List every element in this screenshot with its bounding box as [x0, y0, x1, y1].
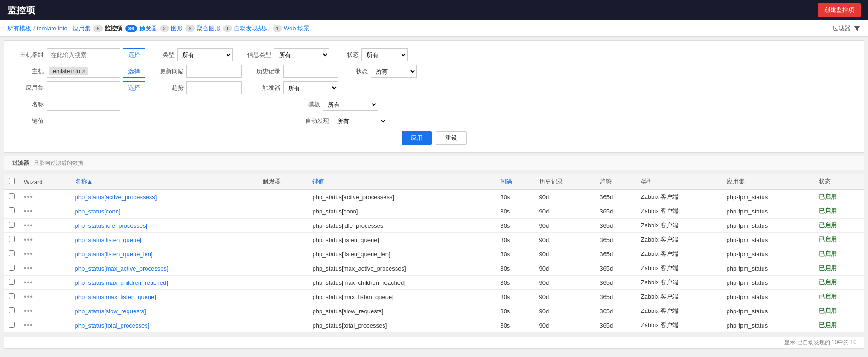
col-interval-sort[interactable]: 间隔: [500, 178, 512, 185]
breadcrumb-graph[interactable]: 图形 6: [171, 24, 195, 33]
row-key: php_status[listen_queue_len]: [308, 247, 495, 261]
row-name: php_status[slow_requests]: [70, 304, 258, 318]
trigger-select[interactable]: 所有 是 否: [283, 81, 338, 94]
row-status: 已启用: [814, 204, 864, 219]
filter-toggle[interactable]: 过滤器: [833, 24, 861, 33]
row-name-link[interactable]: php_status[listen_queue_len]: [75, 251, 153, 258]
row-interval: 30s: [495, 247, 534, 261]
table-row: ••• php_status[conn] php_status[conn] 30…: [4, 204, 864, 219]
breadcrumb-web[interactable]: Web 场景: [284, 24, 309, 33]
row-dots[interactable]: •••: [19, 261, 70, 276]
row-dots[interactable]: •••: [19, 290, 70, 304]
update-interval-input[interactable]: [186, 65, 242, 78]
status-select-1[interactable]: 所有 已启用 已禁用: [361, 48, 408, 61]
row-key: php_status[max_listen_queue]: [308, 290, 495, 304]
row-dots[interactable]: •••: [19, 219, 70, 233]
row-checkbox[interactable]: [9, 322, 15, 328]
row-name-link[interactable]: php_status[max_listen_queue]: [75, 294, 156, 300]
filter-actions: 应用 重设: [12, 131, 856, 145]
row-key: php_status[idle_processes]: [308, 219, 495, 233]
row-checkbox[interactable]: [9, 307, 15, 313]
row-type: Zabbix 客户端: [636, 204, 722, 219]
reset-button[interactable]: 重设: [436, 131, 467, 145]
row-name-link[interactable]: php_status[slow_requests]: [75, 308, 146, 315]
row-name-link[interactable]: php_status[max_children_reached]: [75, 279, 168, 286]
breadcrumb-auto-discover[interactable]: 自动发现规则 1: [234, 24, 282, 33]
row-trend: 365d: [595, 304, 636, 318]
row-checkbox[interactable]: [9, 236, 15, 242]
row-history: 90d: [535, 219, 595, 233]
select-all-checkbox[interactable]: [9, 178, 15, 184]
host-tag-close[interactable]: ×: [82, 68, 86, 75]
app-input[interactable]: php-fpm_status: [47, 81, 120, 94]
row-checkbox[interactable]: [9, 207, 15, 213]
row-key: php_status[conn]: [308, 204, 495, 219]
row-checkbox[interactable]: [9, 265, 15, 271]
row-status: 已启用: [814, 219, 864, 233]
col-key-sort[interactable]: 键值: [312, 178, 324, 185]
auto-discover-select[interactable]: 所有 是 否: [332, 115, 387, 127]
row-trend: 365d: [595, 276, 636, 290]
key-input[interactable]: [47, 115, 120, 127]
breadcrumb-monitor-item[interactable]: 监控项 36: [105, 24, 137, 33]
filter-label: 过滤器: [833, 24, 851, 33]
create-button[interactable]: 创建监控项: [818, 3, 861, 17]
host-group-input[interactable]: [47, 48, 120, 61]
status-badge: 已启用: [819, 222, 837, 229]
row-name-link[interactable]: php_status[idle_processes]: [75, 222, 148, 229]
host-tag-value: temlate info: [52, 68, 80, 75]
col-app: 应用集: [722, 174, 814, 190]
row-dots[interactable]: •••: [19, 304, 70, 318]
status-badge: 已启用: [819, 279, 837, 286]
row-name-link[interactable]: php_status[listen_queue]: [75, 236, 142, 243]
row-name-link[interactable]: php_status[active_processess]: [75, 194, 157, 201]
row-history: 90d: [535, 204, 595, 219]
trend-input[interactable]: [186, 81, 242, 94]
row-interval: 30s: [495, 318, 534, 333]
row-checkbox[interactable]: [9, 222, 15, 228]
row-checkbox[interactable]: [9, 193, 15, 199]
row-checkbox-cell: [4, 261, 19, 276]
row-name-link[interactable]: php_status[total_processes]: [75, 322, 150, 329]
breadcrumb-app[interactable]: 应用集 5: [73, 24, 103, 33]
filter-icon: [853, 25, 861, 32]
row-dots[interactable]: •••: [19, 247, 70, 261]
row-dots[interactable]: •••: [19, 318, 70, 333]
host-select-button[interactable]: 选择: [123, 65, 145, 78]
breadcrumb-trigger[interactable]: 触发器 2: [139, 24, 169, 33]
status-select-2[interactable]: 所有 已启用 已禁用: [371, 65, 417, 78]
status-badge: 已启用: [819, 322, 837, 328]
template-select[interactable]: 所有: [323, 98, 378, 111]
type-label: 类型: [156, 51, 175, 59]
breadcrumb-all-templates[interactable]: 所有模板: [7, 24, 31, 33]
col-type: 类型: [636, 174, 722, 190]
auto-discover-label: 自动发现: [302, 117, 329, 125]
row-trigger: [258, 204, 308, 219]
row-trigger: [258, 276, 308, 290]
host-group-select-button[interactable]: 选择: [123, 48, 145, 61]
name-input[interactable]: [47, 98, 120, 111]
row-checkbox-cell: [4, 304, 19, 318]
row-checkbox[interactable]: [9, 293, 15, 299]
app-select-button[interactable]: 选择: [123, 81, 145, 94]
row-dots[interactable]: •••: [19, 276, 70, 290]
row-type: Zabbix 客户端: [636, 276, 722, 290]
info-type-select[interactable]: 所有 数字(无正负) 字符: [274, 48, 329, 61]
breadcrumb-temlate-info[interactable]: temlate info: [37, 25, 68, 32]
history-input[interactable]: [283, 65, 338, 78]
app-label: 应用集: [12, 84, 44, 92]
row-status: 已启用: [814, 276, 864, 290]
row-checkbox[interactable]: [9, 250, 15, 256]
breadcrumb-aggregate-graph[interactable]: 聚合图形 1: [197, 24, 233, 33]
row-dots[interactable]: •••: [19, 204, 70, 219]
row-dots[interactable]: •••: [19, 190, 70, 204]
type-select[interactable]: 所有 Zabbix 客户端 Zabbix 代理 SNMP: [177, 48, 233, 61]
status-badge: 已启用: [819, 293, 837, 300]
col-name-sort[interactable]: 名称▲: [75, 178, 93, 185]
page-title: 监控项: [7, 4, 35, 17]
row-dots[interactable]: •••: [19, 233, 70, 247]
row-name-link[interactable]: php_status[max_active_processes]: [75, 265, 169, 272]
row-name-link[interactable]: php_status[conn]: [75, 208, 121, 215]
row-checkbox[interactable]: [9, 279, 15, 285]
apply-button[interactable]: 应用: [402, 131, 432, 145]
